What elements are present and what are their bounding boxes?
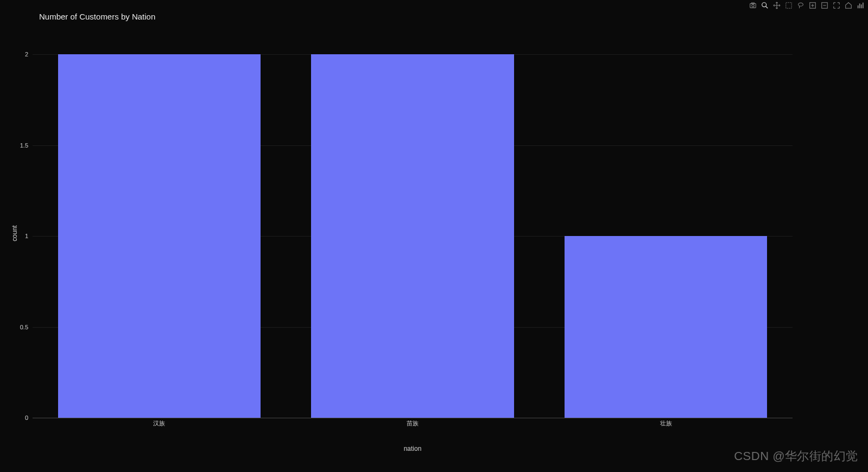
y-axis-label: count — [11, 225, 18, 241]
svg-point-6 — [799, 3, 803, 6]
zoom-in-icon[interactable] — [808, 1, 817, 10]
x-axis-line — [33, 418, 793, 418]
svg-rect-5 — [786, 3, 792, 9]
x-tick-label: 壮族 — [660, 419, 672, 428]
box-select-icon[interactable] — [784, 1, 793, 10]
bar[interactable] — [58, 54, 261, 418]
x-axis-label: nation — [404, 445, 422, 452]
svg-rect-0 — [750, 4, 756, 8]
lasso-select-icon[interactable] — [796, 1, 805, 10]
zoom-out-icon[interactable] — [820, 1, 829, 10]
svg-rect-12 — [858, 5, 859, 8]
y-tick-label: 0 — [25, 414, 28, 421]
pan-icon[interactable] — [772, 1, 781, 10]
plotly-logo-icon[interactable] — [856, 1, 865, 10]
x-tick-label: 汉族 — [153, 419, 165, 428]
zoom-icon[interactable] — [761, 1, 769, 10]
svg-rect-14 — [861, 4, 862, 8]
x-tick-label: 苗族 — [407, 419, 419, 428]
camera-icon[interactable] — [749, 1, 757, 10]
svg-rect-13 — [859, 4, 860, 9]
svg-rect-15 — [863, 3, 864, 9]
y-tick-label: 1 — [25, 233, 28, 239]
y-tick-label: 2 — [25, 51, 28, 58]
bar[interactable] — [311, 54, 514, 418]
chart-title: Number of Customers by Nation — [39, 12, 155, 21]
y-tick-label: 0.5 — [20, 324, 28, 330]
svg-point-1 — [752, 4, 754, 7]
plotly-modebar — [749, 1, 865, 10]
plot-area[interactable]: count nation 00.511.52汉族苗族壮族 — [33, 33, 793, 434]
svg-point-3 — [762, 3, 766, 7]
reset-axes-icon[interactable] — [844, 1, 853, 10]
y-tick-label: 1.5 — [20, 142, 28, 149]
watermark: CSDN @华尔街的幻觉 — [734, 448, 858, 464]
autoscale-icon[interactable] — [832, 1, 841, 10]
bar[interactable] — [565, 236, 767, 418]
svg-line-4 — [766, 7, 768, 9]
